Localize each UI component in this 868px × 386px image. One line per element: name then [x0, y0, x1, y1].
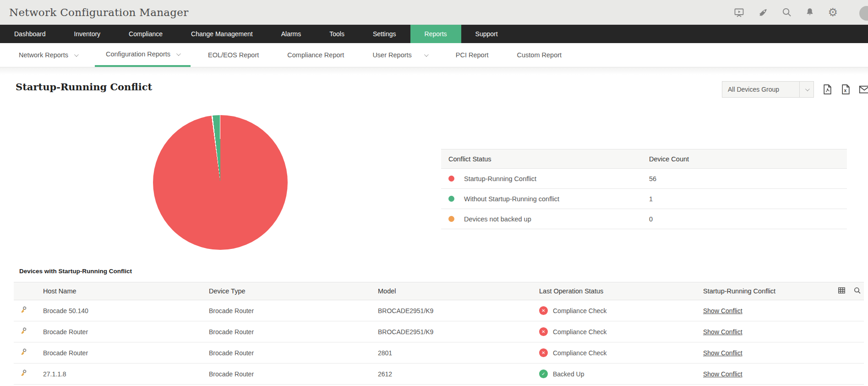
tab-settings[interactable]: Settings: [359, 25, 410, 43]
tab-compliance[interactable]: Compliance: [115, 25, 177, 43]
email-icon[interactable]: [858, 83, 868, 95]
device-key-icon: [19, 369, 27, 379]
legend-label: Devices not backed up: [464, 215, 531, 223]
device-type: Brocade Router: [209, 307, 378, 314]
excel-export-icon[interactable]: x: [840, 83, 852, 95]
subnav-label: User Reports: [372, 51, 411, 59]
device-type: Brocade Router: [209, 370, 378, 378]
device-key-icon: [19, 306, 27, 315]
subnav-label: Network Reports: [19, 51, 68, 59]
device-group-select[interactable]: All Devices Group: [722, 81, 814, 98]
device-group-value: All Devices Group: [722, 82, 799, 97]
legend-dot-orange: [448, 216, 454, 222]
rocket-icon[interactable]: [758, 7, 769, 18]
report-content: Startup-Running Conflict All Devices Gro…: [0, 67, 868, 386]
conflict-pie-chart[interactable]: [153, 115, 288, 250]
device-key-icon: [19, 327, 27, 336]
subnav-label: PCI Report: [456, 51, 489, 59]
table-search-icon[interactable]: [853, 287, 861, 296]
svg-text:x: x: [844, 88, 847, 93]
subnav-label: Custom Report: [517, 51, 562, 59]
chevron-down-icon: [424, 52, 429, 57]
tab-inventory[interactable]: Inventory: [60, 25, 115, 43]
subnav-custom-report[interactable]: Custom Report: [506, 43, 573, 67]
host-name[interactable]: 27.1.1.8: [43, 370, 209, 378]
summary-row: Without Startup-Running conflict 1: [441, 189, 847, 209]
device-key-icon: [19, 348, 27, 358]
host-name[interactable]: Brocade Router: [43, 349, 209, 357]
legend-label: Startup-Running Conflict: [464, 175, 536, 182]
tab-reports[interactable]: Reports: [410, 25, 461, 43]
chevron-down-icon: [74, 52, 79, 57]
tab-support[interactable]: Support: [461, 25, 512, 43]
status-error-icon: ✕: [539, 348, 548, 357]
subnav-network-reports[interactable]: Network Reports: [8, 43, 88, 67]
table-row[interactable]: 27.1.1.8 Brocade Router 2612 ✓ Backed Up…: [14, 364, 864, 385]
summary-header-row: Conflict Status Device Count: [441, 149, 847, 169]
device-count: 56: [649, 175, 847, 182]
host-name[interactable]: Brocade Router: [43, 328, 209, 336]
device-count: 0: [649, 215, 847, 223]
subnav-label: Compliance Report: [287, 51, 344, 59]
show-conflict-link[interactable]: Show Conflict: [703, 307, 742, 314]
chevron-down-icon: [176, 51, 181, 56]
subnav-label: EOL/EOS Report: [208, 51, 259, 59]
report-controls: All Devices Group x: [722, 81, 868, 98]
summary-row: Devices not backed up 0: [441, 209, 847, 229]
summary-row: Startup-Running Conflict 56: [441, 169, 847, 189]
column-chooser-icon[interactable]: [837, 286, 846, 296]
subnav-compliance-report[interactable]: Compliance Report: [276, 43, 355, 67]
status-label: Compliance Check: [553, 349, 607, 357]
bell-icon[interactable]: [805, 7, 815, 17]
host-name[interactable]: Brocade 50.140: [43, 307, 209, 314]
legend-label: Without Startup-Running conflict: [464, 195, 559, 203]
device-count: 1: [649, 195, 847, 203]
show-conflict-link[interactable]: Show Conflict: [703, 370, 742, 378]
tab-alarms[interactable]: Alarms: [267, 25, 316, 43]
summary-col-status: Conflict Status: [441, 155, 649, 163]
device-type: Brocade Router: [209, 328, 378, 336]
show-conflict-link[interactable]: Show Conflict: [703, 328, 742, 336]
subnav-label: Configuration Reports: [106, 50, 170, 58]
device-model: 2801: [378, 349, 539, 357]
header-icon-bar: ⚙: [733, 7, 838, 18]
table-row[interactable]: Brocade Router Brocade Router 2801 ✕ Com…: [14, 342, 864, 364]
subnav-eol-eos-report[interactable]: EOL/EOS Report: [197, 43, 270, 67]
legend-dot-green: [448, 196, 454, 202]
app-title: Network Configuration Manager: [9, 6, 189, 18]
pdf-export-icon[interactable]: [822, 83, 833, 95]
status-ok-icon: ✓: [539, 369, 548, 378]
col-device-type[interactable]: Device Type: [209, 287, 378, 295]
col-last-operation-status[interactable]: Last Operation Status: [539, 287, 703, 295]
tab-change-management[interactable]: Change Management: [177, 25, 267, 43]
status-label: Backed Up: [553, 370, 584, 378]
tab-tools[interactable]: Tools: [315, 25, 359, 43]
search-icon[interactable]: [781, 7, 792, 17]
device-model: BROCADE2951/K9: [378, 328, 539, 336]
status-label: Compliance Check: [553, 307, 607, 314]
devices-section-title: Devices with Startup-Running Conflict: [19, 268, 132, 275]
col-model[interactable]: Model: [378, 287, 539, 295]
subnav-configuration-reports[interactable]: Configuration Reports: [95, 43, 191, 67]
presentation-icon[interactable]: [733, 7, 745, 18]
tab-dashboard[interactable]: Dashboard: [0, 25, 60, 43]
app-header: Network Configuration Manager: [0, 0, 868, 25]
conflict-summary-table: Conflict Status Device Count Startup-Run…: [441, 149, 847, 229]
devices-table: Host Name Device Type Model Last Operati…: [14, 282, 864, 385]
table-row[interactable]: Brocade 50.140 Brocade Router BROCADE295…: [14, 300, 864, 321]
device-model: BROCADE2951/K9: [378, 307, 539, 314]
reports-subnav: Network Reports Configuration Reports EO…: [0, 43, 868, 67]
subnav-pci-report[interactable]: PCI Report: [445, 43, 500, 67]
avatar[interactable]: [859, 6, 868, 21]
status-error-icon: ✕: [539, 306, 548, 315]
select-chevron[interactable]: [799, 82, 813, 97]
legend-dot-red: [448, 176, 454, 182]
table-row[interactable]: Brocade Router Brocade Router BROCADE295…: [14, 321, 864, 342]
devices-header-row: Host Name Device Type Model Last Operati…: [14, 282, 864, 300]
gear-icon[interactable]: ⚙: [828, 7, 838, 18]
subnav-user-reports[interactable]: User Reports: [361, 43, 438, 67]
show-conflict-link[interactable]: Show Conflict: [703, 349, 742, 357]
status-label: Compliance Check: [553, 328, 607, 336]
col-host-name[interactable]: Host Name: [43, 287, 209, 295]
device-model: 2612: [378, 370, 539, 378]
